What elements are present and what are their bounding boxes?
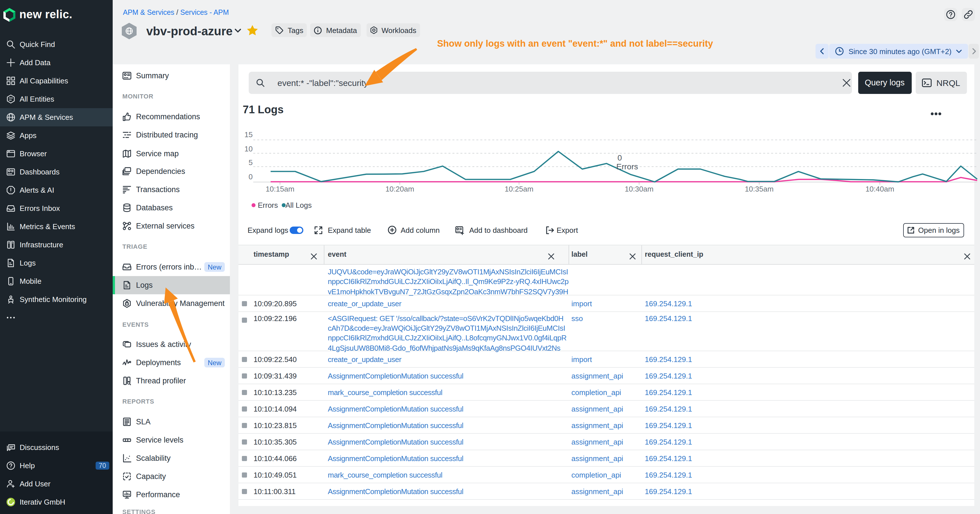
svg-text:0: 0	[617, 153, 622, 162]
svg-text:0: 0	[249, 172, 253, 181]
svg-text:10: 10	[245, 144, 253, 153]
svg-text:10:15am: 10:15am	[266, 185, 294, 193]
svg-text:10:25am: 10:25am	[504, 185, 533, 193]
svg-text:10:30am: 10:30am	[625, 185, 653, 193]
svg-text:10:20am: 10:20am	[385, 185, 414, 193]
svg-text:5: 5	[249, 158, 253, 167]
svg-text:10:40am: 10:40am	[865, 185, 894, 193]
svg-text:10:35am: 10:35am	[745, 185, 773, 193]
svg-text:Errors: Errors	[616, 162, 638, 171]
svg-text:15: 15	[245, 130, 253, 138]
